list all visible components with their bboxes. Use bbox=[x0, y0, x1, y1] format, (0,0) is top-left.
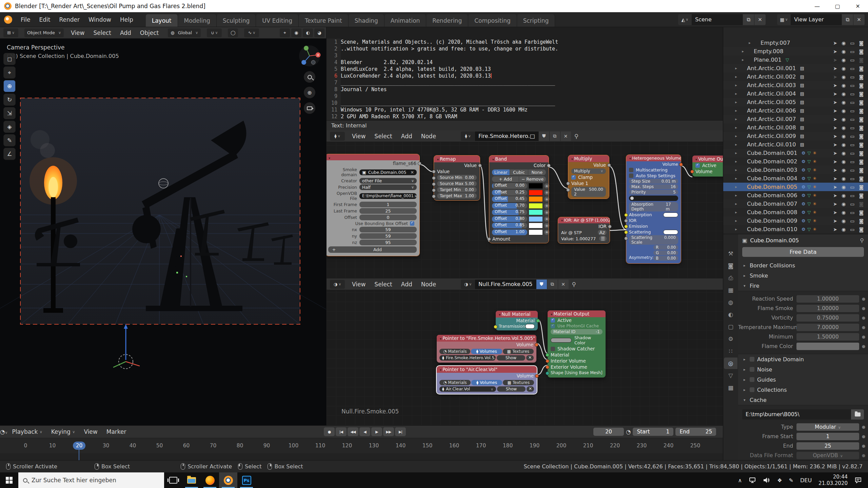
timeline-track[interactable] bbox=[0, 453, 723, 461]
disable-viewport-monitor-icon[interactable]: ▭ bbox=[850, 227, 854, 232]
timeline-tick[interactable]: 170 bbox=[468, 443, 494, 449]
hide-viewport-eye-icon[interactable]: ◉ bbox=[842, 100, 846, 105]
p1-tab-textures[interactable]: ▩Textures bbox=[503, 349, 534, 354]
viewport-menu-item[interactable]: Add bbox=[116, 29, 136, 36]
disable-render-camera-icon[interactable]: ◙ bbox=[859, 218, 864, 224]
timeline-tick[interactable]: 40 bbox=[119, 443, 146, 449]
band-stop-row[interactable]: Offset0.45 ⊕ bbox=[492, 196, 546, 202]
timeline-tick[interactable]: 30 bbox=[93, 443, 119, 449]
topbar-menu-item[interactable]: Help bbox=[116, 16, 138, 23]
outliner-row[interactable]: ▸ Ant.Arctic.Oil.010 ⚙ ▽ ✳ ▤ ➤ ◉ ▭ ◙ bbox=[723, 140, 868, 149]
timeline-tick[interactable]: 150 bbox=[414, 443, 441, 449]
timeline-tick[interactable]: 90 bbox=[253, 443, 280, 449]
section-smoke[interactable]: ▸Smoke bbox=[738, 270, 868, 281]
nz-field[interactable]: 95 bbox=[359, 240, 417, 245]
timeline-tick[interactable]: 70 bbox=[200, 443, 226, 449]
outliner-row[interactable]: ▸ Cube.Domain.007 ⚙ ▽ ✳ ▤ ➤ ◉ ▭ ◙ bbox=[723, 200, 868, 208]
p2-tab-volumes[interactable]: ⧫Volumes bbox=[471, 380, 502, 385]
taskbar-search-input[interactable]: Zur Suche Text hier eingeben bbox=[18, 472, 164, 488]
timeline-tick[interactable]: 110 bbox=[307, 443, 334, 449]
timeline-tick[interactable]: 60 bbox=[173, 443, 200, 449]
ny-field[interactable]: 59 bbox=[359, 233, 417, 239]
disable-viewport-monitor-icon[interactable]: ▭ bbox=[850, 74, 854, 80]
selectable-toggle-icon[interactable]: ➤ bbox=[833, 167, 837, 173]
free-data-button[interactable]: Free Data bbox=[742, 247, 864, 257]
selectable-toggle-icon[interactable]: ➤ bbox=[833, 108, 837, 114]
material-editor-menu-item[interactable]: Node bbox=[417, 281, 440, 288]
expand-arrow-icon[interactable]: ▸ bbox=[733, 83, 739, 87]
hide-viewport-eye-icon[interactable]: ◉ bbox=[842, 40, 846, 46]
properties-pin-icon[interactable]: ⚲ bbox=[860, 237, 864, 244]
expand-arrow-icon[interactable]: ▸ bbox=[733, 92, 739, 96]
pen-icon[interactable]: ✎ bbox=[789, 477, 793, 484]
node-volume-output[interactable]: Volume Ou Active Volume bbox=[692, 156, 723, 177]
properties-tab-icon[interactable]: ▽ bbox=[724, 370, 737, 381]
zoom-gizmo-button[interactable] bbox=[304, 71, 315, 83]
outliner[interactable]: ▸ Empty.007 ⚙ ▽ ✳ ▤ ➤ ◉ ▭ ◙ ▸ bbox=[723, 27, 868, 234]
viewport-menu-item[interactable]: View bbox=[66, 29, 89, 36]
topbar-menu-item[interactable]: Window bbox=[84, 16, 116, 23]
band-stop-row[interactable]: Offset0.70 ⊕ bbox=[492, 203, 546, 209]
disable-render-camera-icon[interactable]: ◙ bbox=[859, 167, 864, 173]
het-priority[interactable]: Priority5 bbox=[626, 189, 681, 195]
shader-editor-menu-item[interactable]: Select bbox=[370, 133, 396, 140]
selectable-toggle-icon[interactable]: ➤ bbox=[833, 83, 837, 88]
band-stop-color-swatch[interactable] bbox=[529, 183, 543, 189]
viewport-tool-button[interactable]: ⊕ bbox=[3, 80, 16, 92]
hide-viewport-eye-icon[interactable]: ◉ bbox=[842, 184, 846, 190]
jump-to-end-button[interactable]: ▶| bbox=[395, 427, 406, 436]
last-frame-field[interactable]: 25 bbox=[359, 208, 417, 214]
band-stop-key-button[interactable]: ⊕ bbox=[544, 197, 549, 202]
band-stop-row[interactable]: Offset0.00 ⊕ bbox=[492, 183, 546, 189]
hide-viewport-eye-icon[interactable]: ◉ bbox=[842, 142, 846, 147]
band-stop-row[interactable]: Offset0.80 ⊕ bbox=[492, 216, 546, 222]
timeline-tick[interactable]: 10 bbox=[39, 443, 66, 449]
offset-field[interactable]: 0 bbox=[359, 215, 417, 220]
mout-active-checkbox[interactable]: Active bbox=[548, 317, 606, 323]
workspace-tab[interactable]: Layout bbox=[146, 14, 178, 27]
hide-viewport-eye-icon[interactable]: ◉ bbox=[842, 74, 846, 80]
p2-clear-button[interactable]: ✕ bbox=[527, 386, 534, 392]
object-name[interactable]: Ant.Arctic.Oil.007 bbox=[747, 116, 796, 122]
p1-clear-button[interactable]: ✕ bbox=[526, 355, 534, 361]
shader-editor-menu-item[interactable]: View bbox=[348, 133, 370, 140]
physics-section-header[interactable]: ▸Collections bbox=[738, 385, 868, 395]
object-name[interactable]: Plane.001 bbox=[754, 57, 782, 63]
play-button[interactable]: ▶ bbox=[371, 427, 382, 436]
disable-render-camera-icon[interactable]: ◙ bbox=[859, 193, 864, 198]
start-button[interactable] bbox=[0, 472, 18, 488]
disable-render-camera-icon[interactable]: ◙ bbox=[859, 40, 864, 46]
object-name[interactable]: Empty.008 bbox=[754, 48, 784, 55]
flame-color-row[interactable]: Flame Color ● bbox=[738, 342, 868, 351]
hide-viewport-eye-icon[interactable]: ◉ bbox=[842, 108, 846, 114]
record-button[interactable]: ● bbox=[324, 427, 335, 436]
node-ior[interactable]: IOR: Air @ STP (1.000277) IOR Air @ STP … bbox=[558, 217, 610, 243]
disable-render-camera-icon[interactable]: ◙ bbox=[859, 134, 864, 139]
volume-icon[interactable] bbox=[763, 477, 770, 483]
view-layer-name-field[interactable]: View Layer bbox=[791, 14, 842, 25]
physics-section-header[interactable]: ▸Noise bbox=[738, 364, 868, 374]
expand-arrow-icon[interactable]: ▸ bbox=[733, 151, 739, 155]
disable-viewport-monitor-icon[interactable]: ▭ bbox=[850, 184, 854, 190]
workspace-tab[interactable]: Animation bbox=[384, 14, 427, 27]
timeline-tick[interactable]: 160 bbox=[441, 443, 468, 449]
disable-viewport-monitor-icon[interactable]: ▭ bbox=[850, 49, 854, 54]
remap-value-row[interactable]: Source Min0.00 bbox=[434, 175, 480, 181]
object-name[interactable]: Ant.Arctic.Oil.001 bbox=[747, 65, 796, 72]
timeline-tick[interactable]: 230 bbox=[628, 443, 655, 449]
viewport-tool-button[interactable]: ⌖ bbox=[3, 66, 16, 79]
object-name[interactable]: Cube.Domain.010 bbox=[747, 226, 797, 232]
material-editor-type-icon[interactable]: ◑∨ bbox=[330, 280, 345, 289]
band-stop-key-button[interactable]: ⊕ bbox=[544, 210, 549, 215]
fire-property-row[interactable]: Temperature Maximum 7.00000 ● bbox=[738, 323, 868, 332]
shader-node-canvas[interactable]: flame_s66 Smoke domain ▣Cube.Domain.005✕… bbox=[327, 142, 723, 279]
disable-viewport-monitor-icon[interactable]: ▭ bbox=[850, 176, 854, 181]
workspace-tab[interactable]: Texture Paint bbox=[299, 14, 349, 27]
material-editor-menu-item[interactable]: Add bbox=[397, 281, 417, 288]
transform-orientation-dropdown[interactable]: ◍ Global ∨ bbox=[168, 28, 201, 37]
shader-close-button[interactable]: ✕ bbox=[560, 131, 571, 141]
ior-list-button[interactable]: ☰ bbox=[599, 236, 607, 241]
hide-viewport-eye-icon[interactable]: ◉ bbox=[842, 134, 846, 139]
selectable-toggle-icon[interactable]: ➤ bbox=[833, 201, 837, 207]
disable-viewport-monitor-icon[interactable]: ▭ bbox=[850, 108, 854, 114]
